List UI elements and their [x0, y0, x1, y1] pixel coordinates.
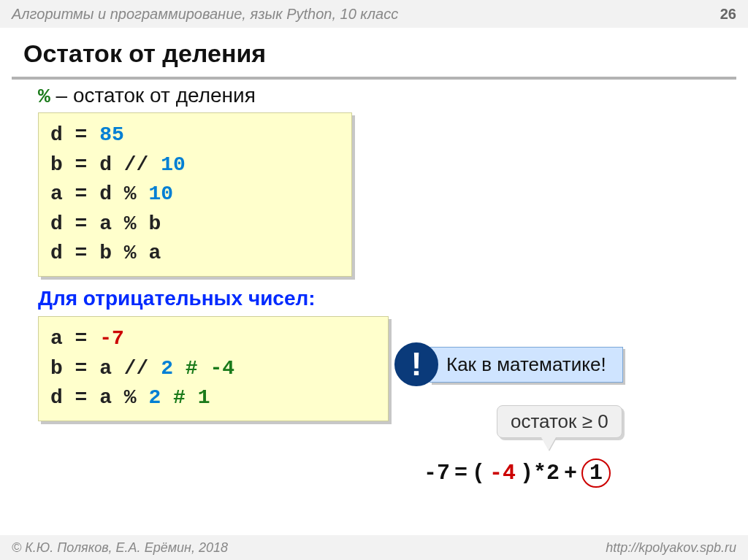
code-number: 2	[161, 357, 173, 380]
percent-symbol: %	[38, 85, 50, 108]
code-number: 10	[161, 153, 186, 176]
footer-bar: © К.Ю. Поляков, Е.А. Ерёмин, 2018 http:/…	[0, 535, 748, 560]
title-block: Остаток от деления	[0, 28, 748, 71]
code-text: d = b % a	[50, 239, 340, 269]
code-text: d =	[50, 123, 99, 146]
right-column: ! Как в математике! остаток ≥ 0 -7 = ( -…	[394, 342, 730, 488]
code-block-1: d = 85 b = d // 10 a = d % 10 d = a % b …	[38, 112, 352, 277]
code-number: 85	[99, 123, 124, 146]
content: % – остаток от деления d = 85 b = d // 1…	[0, 80, 748, 421]
eq-paren-open: (	[472, 461, 485, 486]
code-number: 10	[148, 183, 173, 205]
code-comment: # 1	[161, 386, 210, 409]
code-text: d = a %	[50, 386, 148, 409]
callout: остаток ≥ 0	[497, 405, 622, 438]
code-text: d = a % b	[50, 210, 340, 239]
eq-plus: +	[564, 461, 577, 486]
note-label: Как в математике!	[430, 347, 623, 383]
footer-url: http://kpolyakov.spb.ru	[606, 540, 736, 556]
code-text: a =	[50, 327, 99, 350]
footer-authors: © К.Ю. Поляков, Е.А. Ерёмин, 2018	[12, 540, 228, 556]
code-comment: # -4	[173, 357, 234, 380]
course-label: Алгоритмы и программирование, язык Pytho…	[12, 6, 398, 23]
eq-circled-one: 1	[581, 459, 611, 488]
note-row: ! Как в математике!	[394, 342, 730, 386]
header-bar: Алгоритмы и программирование, язык Pytho…	[0, 0, 748, 28]
callout-wrap: остаток ≥ 0	[497, 405, 730, 438]
equation: -7 = ( -4 )*2 + 1	[424, 459, 730, 488]
eq-equals: =	[454, 461, 468, 486]
eq-neg4: -4	[489, 461, 516, 486]
code-text: b = d //	[50, 153, 161, 176]
code-number: 2	[148, 386, 161, 409]
code-text: a = d %	[50, 183, 148, 205]
lead-line: % – остаток от деления	[38, 84, 730, 108]
exclamation-icon: !	[394, 342, 438, 386]
callout-text: остаток ≥ 0	[511, 410, 608, 432]
code-text: b = a //	[50, 357, 161, 380]
page-title: Остаток от деления	[23, 39, 732, 68]
eq-one: 1	[589, 461, 603, 486]
lead-text: – остаток от деления	[56, 84, 256, 107]
eq-lhs: -7	[424, 461, 450, 486]
eq-paren-close: )*2	[520, 461, 560, 486]
subheading: Для отрицательных чисел:	[38, 287, 730, 310]
code-block-2: a = -7 b = a // 2 # -4 d = a % 2 # 1	[38, 316, 389, 421]
code-negative: -7	[99, 327, 124, 350]
callout-tail-icon	[541, 437, 556, 450]
page-number: 26	[720, 6, 736, 23]
